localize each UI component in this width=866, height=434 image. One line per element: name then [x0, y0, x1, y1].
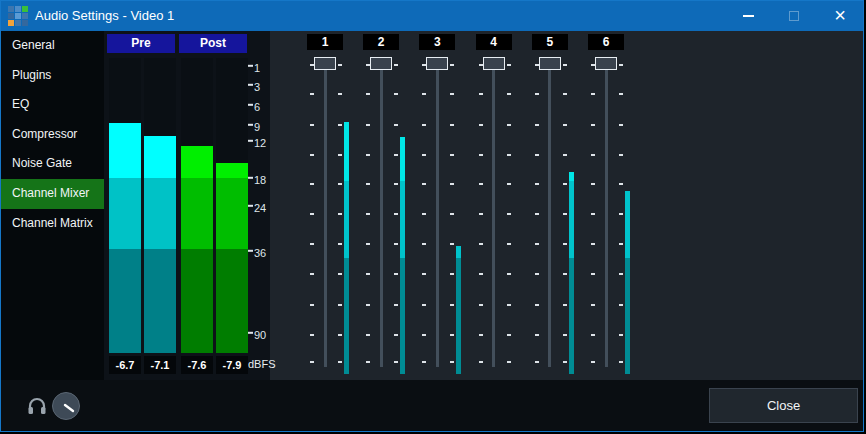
slider-tick [450, 361, 454, 363]
volume-slider-handle-5[interactable] [539, 57, 561, 70]
slider-tick [422, 304, 426, 306]
channel-strip-4: 4 [466, 34, 522, 378]
slider-tick [507, 93, 511, 95]
slider-tick [338, 213, 342, 215]
footer-bar: Close [1, 380, 863, 431]
slider-tick [563, 334, 567, 336]
monitor-knob[interactable] [52, 392, 80, 420]
slider-tick [422, 93, 426, 95]
db-scale-mark: 90 [248, 329, 266, 341]
slider-tick [338, 183, 342, 185]
volume-slider-track-5[interactable] [548, 58, 551, 367]
slider-tick [394, 273, 398, 275]
slider-tick [507, 213, 511, 215]
slider-tick [310, 361, 314, 363]
slider-tick [310, 273, 314, 275]
scale-tick [248, 205, 253, 207]
db-scale-mark: 3 [248, 81, 260, 93]
slider-tick [338, 273, 342, 275]
slider-tick [338, 64, 342, 66]
maximize-icon [789, 11, 799, 21]
sidebar-item-compressor[interactable]: Compressor [1, 120, 104, 150]
db-scale-mark: 1 [248, 62, 260, 74]
volume-slider-handle-4[interactable] [483, 57, 505, 70]
slider-tick [366, 93, 370, 95]
slider-tick [507, 124, 511, 126]
slider-tick [591, 154, 595, 156]
slider-tick [422, 273, 426, 275]
channel-meter-5 [569, 61, 574, 374]
channel-strip-5: 5 [522, 34, 578, 378]
sidebar-item-channel-mixer[interactable]: Channel Mixer [1, 179, 104, 209]
meter-mask [144, 58, 176, 136]
slider-tick [563, 124, 567, 126]
slider-tick [338, 304, 342, 306]
volume-slider-handle-2[interactable] [370, 57, 392, 70]
scale-tick [248, 250, 253, 252]
volume-slider-track-3[interactable] [436, 58, 439, 367]
volume-slider-track-1[interactable] [324, 58, 327, 367]
scale-label: 12 [254, 137, 266, 149]
slider-tick [450, 154, 454, 156]
scale-tick [248, 140, 253, 142]
volume-slider-track-6[interactable] [605, 58, 608, 367]
slider-tick [394, 243, 398, 245]
slider-tick [366, 183, 370, 185]
volume-slider-track-2[interactable] [380, 58, 383, 367]
slider-tick [563, 304, 567, 306]
slider-tick [394, 361, 398, 363]
volume-slider-handle-3[interactable] [426, 57, 448, 70]
volume-slider-track-4[interactable] [492, 58, 495, 367]
slider-tick [394, 304, 398, 306]
app-icon [8, 6, 28, 26]
slider-tick [479, 273, 483, 275]
channel-number-6: 6 [588, 34, 624, 50]
slider-tick [394, 64, 398, 66]
app-icon-square [15, 6, 21, 12]
slider-tick [450, 273, 454, 275]
slider-tick [450, 124, 454, 126]
app-icon-square [22, 20, 28, 26]
db-scale-mark: 9 [248, 121, 260, 133]
scale-label: 3 [254, 81, 260, 93]
app-icon-square [15, 20, 21, 26]
sidebar-item-noise-gate[interactable]: Noise Gate [1, 149, 104, 179]
slider-tick [450, 304, 454, 306]
meter-panel: Pre-6.7-7.1Post-7.6-7.913691218243690dBF… [104, 31, 270, 381]
sidebar-item-general[interactable]: General [1, 31, 104, 61]
app-icon-square [8, 13, 14, 19]
channel-number-5: 5 [532, 34, 568, 50]
slider-tick [535, 243, 539, 245]
close-button[interactable]: Close [709, 388, 858, 423]
slider-tick [394, 213, 398, 215]
slider-tick [366, 304, 370, 306]
db-scale-mark: 24 [248, 202, 266, 214]
sidebar-item-eq[interactable]: EQ [1, 90, 104, 120]
volume-slider-handle-1[interactable] [314, 57, 336, 70]
slider-tick [535, 304, 539, 306]
slider-tick [619, 304, 623, 306]
channel-meter-2 [400, 61, 405, 374]
slider-tick [563, 213, 567, 215]
slider-tick [507, 273, 511, 275]
close-window-button[interactable]: × [817, 1, 863, 31]
slider-tick [535, 154, 539, 156]
app-icon-square [22, 6, 28, 12]
slider-tick [507, 304, 511, 306]
sidebar-item-plugins[interactable]: Plugins [1, 61, 104, 91]
slider-tick [619, 213, 623, 215]
slider-tick [479, 124, 483, 126]
minimize-button[interactable] [725, 1, 771, 31]
maximize-button[interactable] [771, 1, 817, 31]
sidebar-item-channel-matrix[interactable]: Channel Matrix [1, 209, 104, 239]
slider-tick [422, 154, 426, 156]
volume-slider-handle-6[interactable] [595, 57, 617, 70]
headphones-icon[interactable] [27, 397, 47, 419]
slider-tick [450, 64, 454, 66]
app-icon-square [22, 13, 28, 19]
slider-tick [338, 334, 342, 336]
slider-tick [310, 304, 314, 306]
scale-tick [248, 332, 253, 334]
slider-tick [310, 93, 314, 95]
slider-tick [563, 64, 567, 66]
